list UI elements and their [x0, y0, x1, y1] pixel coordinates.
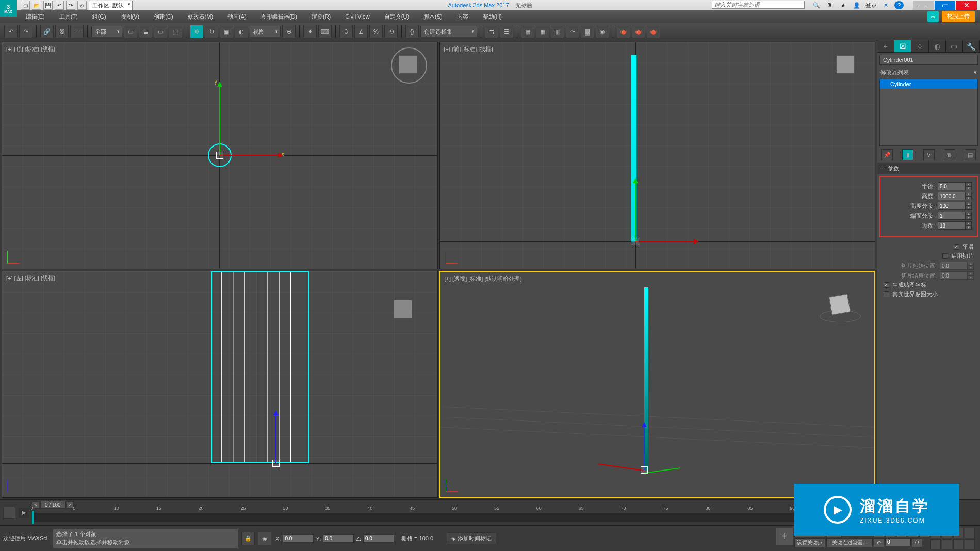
maxscript-prompt[interactable]: 欢迎使用 MAXSci — [3, 534, 50, 542]
menu-create[interactable]: 创建(C) — [149, 11, 178, 23]
selection-filter-dropdown[interactable]: 全部 — [91, 26, 122, 37]
transform-type-in[interactable]: X: Y: Z: — [274, 534, 394, 543]
lock-selection-icon[interactable]: 🔒 — [241, 532, 255, 545]
menu-rendering[interactable]: 渲染(R) — [306, 11, 336, 23]
zoom-extents-all-button[interactable] — [965, 528, 975, 538]
viewcube[interactable] — [823, 287, 859, 323]
z-input[interactable] — [363, 534, 394, 543]
gen-uv-checkbox[interactable] — [884, 282, 889, 288]
workspace-dropdown[interactable]: 工作区: 默认 — [89, 1, 133, 10]
viewport-left[interactable]: [+] [左] [标准] [线框] — [2, 271, 438, 498]
menu-civilview[interactable]: Civil View — [340, 11, 374, 22]
timeline-cursor[interactable] — [32, 511, 34, 524]
show-end-result-icon[interactable]: ▮ — [902, 149, 913, 160]
goto-start-button[interactable]: ⏮ — [874, 528, 884, 537]
orbit-button[interactable] — [953, 539, 963, 549]
slice-on-checkbox[interactable] — [942, 253, 948, 259]
x-input[interactable] — [283, 534, 314, 543]
viewcube[interactable] — [386, 292, 422, 328]
zoom-all-button[interactable] — [942, 528, 952, 538]
menu-animation[interactable]: 动画(A) — [222, 11, 252, 23]
mirror-button[interactable]: ⇆ — [485, 25, 498, 38]
isolate-selection-icon[interactable]: ◉ — [258, 532, 271, 545]
minimize-button[interactable]: — — [913, 1, 934, 10]
app-logo[interactable]: 3MAX — [0, 0, 17, 17]
help-icon[interactable]: ? — [894, 1, 904, 9]
render-button[interactable]: 🫖 — [647, 25, 660, 38]
goto-end-button[interactable]: ⏭ — [919, 528, 929, 537]
y-input[interactable] — [323, 534, 354, 543]
rotate-button[interactable]: ↻ — [205, 25, 218, 38]
viewport-label[interactable]: [+] [透视] [标准] [默认明暗处理] — [445, 275, 522, 283]
favorites-icon[interactable]: ★ — [839, 1, 848, 9]
select-object-button[interactable]: ▭ — [124, 25, 137, 38]
viewport-top[interactable]: [+] [顶] [标准] [线框] x y — [2, 42, 438, 269]
timeline-track[interactable] — [32, 513, 877, 522]
utilities-tab[interactable]: 🔧 — [963, 40, 980, 52]
scene-explorer-button[interactable]: ▥ — [551, 25, 564, 38]
open-icon[interactable]: 📂 — [32, 1, 41, 10]
percent-snap-button[interactable]: % — [369, 25, 383, 38]
zoom-button[interactable] — [930, 528, 941, 538]
render-frame-button[interactable]: 🫖 — [632, 25, 645, 38]
angle-snap-button[interactable]: ∠ — [354, 25, 368, 38]
snap-toggle-button[interactable]: 3 — [339, 25, 353, 38]
exchange-icon[interactable]: ✕ — [881, 1, 890, 9]
viewcube[interactable] — [828, 47, 864, 84]
scale-button[interactable]: ▣ — [220, 25, 233, 38]
play-button[interactable]: ▶ — [896, 528, 907, 537]
menu-modifiers[interactable]: 修改器(M) — [183, 11, 219, 23]
timeline-config-button[interactable] — [3, 507, 15, 519]
undo-button[interactable]: ↶ — [4, 25, 18, 38]
menu-views[interactable]: 视图(V) — [116, 11, 145, 23]
keyboard-shortcut-button[interactable]: ⌨ — [318, 25, 332, 38]
max-toggle-button[interactable] — [965, 539, 975, 549]
menu-customize[interactable]: 自定义(U) — [379, 11, 414, 23]
time-tag-button[interactable]: ◈ 添加时间标记 — [447, 532, 496, 544]
curve-editor-button[interactable]: 〜 — [566, 25, 579, 38]
viewport-perspective[interactable]: [+] [透视] [标准] [默认明暗处理] — [439, 271, 876, 498]
menu-content[interactable]: 内容 — [452, 11, 473, 23]
window-crossing-button[interactable]: ⬚ — [169, 25, 182, 38]
parameters-rollout-header[interactable]: 参数 — [877, 163, 980, 174]
radius-spinner[interactable]: ▲▼ — [938, 182, 972, 190]
cloud-icon[interactable]: ∞ — [927, 11, 939, 22]
viewport-front[interactable]: [+] [前] [标准] [线框] — [439, 42, 876, 269]
redo-button[interactable]: ↷ — [19, 25, 32, 38]
fov-button[interactable] — [930, 539, 941, 549]
modifier-stack[interactable]: Cylinder — [879, 79, 978, 146]
dope-sheet-button[interactable]: ▓ — [581, 25, 594, 38]
cap-segs-spinner[interactable]: ▲▼ — [938, 212, 972, 220]
infocenter-icon[interactable]: 🔍 — [812, 1, 821, 9]
maximize-button[interactable]: ▭ — [935, 1, 955, 10]
menu-grapheditors[interactable]: 图形编辑器(D) — [256, 11, 302, 23]
hierarchy-tab[interactable]: ◊ — [911, 40, 928, 52]
menu-maxscript[interactable]: 脚本(S) — [418, 11, 448, 23]
key-mode-button[interactable]: ⊙ — [874, 538, 884, 547]
layer-explorer-button[interactable]: ▤ — [521, 25, 534, 38]
menu-help[interactable]: 帮助(H) — [478, 11, 507, 23]
named-sel-edit-button[interactable]: {} — [405, 25, 419, 38]
display-tab[interactable]: ▭ — [946, 40, 963, 52]
ref-coord-dropdown[interactable]: 视图 — [250, 26, 281, 37]
render-setup-button[interactable]: 🫖 — [617, 25, 630, 38]
move-button[interactable]: ✥ — [190, 25, 203, 38]
height-segs-spinner[interactable]: ▲▼ — [938, 202, 972, 210]
create-tab[interactable]: + — [877, 40, 894, 52]
viewcube[interactable] — [391, 47, 427, 84]
configure-sets-icon[interactable]: ▤ — [965, 149, 976, 160]
align-button[interactable]: ☰ — [500, 25, 513, 38]
current-frame-input[interactable] — [885, 538, 911, 546]
selection-dropdown[interactable]: 选... — [826, 528, 842, 537]
upload-badge[interactable]: 拖拽上传 — [942, 11, 975, 22]
search-input[interactable] — [712, 1, 805, 9]
modifier-list-dropdown[interactable]: 修改器列表▾ — [877, 67, 980, 78]
rect-select-button[interactable]: ▭ — [154, 25, 167, 38]
object-name-field[interactable]: Cylinder001 — [879, 55, 978, 65]
auto-key-button[interactable]: 自动关键点 — [794, 528, 825, 537]
set-key-button[interactable]: + — [776, 528, 793, 545]
zoom-extents-button[interactable] — [953, 528, 963, 538]
motion-tab[interactable]: ◐ — [929, 40, 946, 52]
mini-curve-editor-button[interactable]: ▶ — [19, 508, 29, 518]
menu-group[interactable]: 组(G) — [87, 11, 111, 23]
